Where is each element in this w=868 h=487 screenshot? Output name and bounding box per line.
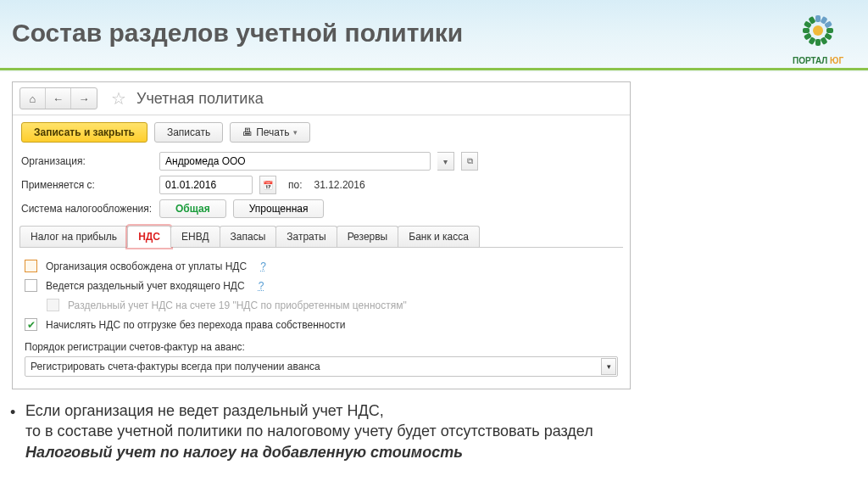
home-button[interactable]: ⌂ <box>20 88 46 109</box>
row-applies-from: Применяется с: 📅 по: 31.12.2016 <box>13 173 630 197</box>
row-accrue: ✔ Начислять НДС по отгрузке без перехода… <box>25 315 618 334</box>
tab-reserves[interactable]: Резервы <box>337 226 399 247</box>
label-organization: Организация: <box>21 155 153 167</box>
slide-title: Состав разделов учетной политики <box>12 19 463 48</box>
dropdown-button[interactable]: ▾ <box>437 152 454 171</box>
chevron-down-icon: ▾ <box>601 358 616 375</box>
bullet-icon: • <box>10 402 15 423</box>
row-exempt: Организация освобождена от уплаты НДС ? <box>25 256 618 276</box>
date-to-value: 31.12.2016 <box>314 179 365 191</box>
row-separate: Ведется раздельный учет входящего НДС ? <box>25 276 618 295</box>
svg-rect-7 <box>803 28 810 33</box>
label-accrue: Начислять НДС по отгрузке без перехода п… <box>46 319 345 331</box>
slide-body-text: • Если организация не ведет раздельный у… <box>25 400 851 462</box>
checkbox-separate[interactable] <box>25 279 37 292</box>
invoice-order-select[interactable]: Регистрировать счета-фактуры всегда при … <box>25 356 618 377</box>
chevron-down-icon: ▾ <box>293 128 298 137</box>
checkbox-exempt[interactable] <box>25 260 37 272</box>
tab-bank-cash[interactable]: Банк и касса <box>398 226 480 247</box>
tab-vat[interactable]: НДС <box>127 226 171 248</box>
tax-simplified-button[interactable]: Упрощенная <box>233 199 325 218</box>
save-button[interactable]: Записать <box>154 122 223 143</box>
back-button[interactable]: ← <box>46 88 71 109</box>
svg-rect-4 <box>815 39 821 46</box>
form-title: Учетная политика <box>136 90 264 108</box>
label-exempt: Организация освобождена от уплаты НДС <box>46 260 247 272</box>
body-line-1: Если организация не ведет раздельный уче… <box>25 402 384 419</box>
open-button[interactable]: ⧉ <box>461 152 478 171</box>
app-header: ⌂ ← → ☆ Учетная политика <box>13 82 630 115</box>
logo-icon <box>794 7 842 54</box>
forward-button[interactable]: → <box>71 88 97 109</box>
tab-content-vat: Организация освобождена от уплаты НДС ? … <box>13 248 630 389</box>
tab-envd[interactable]: ЕНВД <box>170 226 220 247</box>
toolbar: Записать и закрыть Записать 🖶 Печать ▾ <box>13 115 630 149</box>
help-icon[interactable]: ? <box>259 280 264 292</box>
row-tax-system: Система налогообложения: Общая Упрощенна… <box>13 197 630 221</box>
tab-stocks[interactable]: Запасы <box>220 226 277 247</box>
print-label: Печать <box>256 126 289 138</box>
nav-group: ⌂ ← → <box>19 87 97 109</box>
organization-input[interactable] <box>159 152 431 171</box>
printer-icon: 🖶 <box>242 126 253 138</box>
body-line-3: Налоговый учет по налогу на добавленную … <box>25 444 463 461</box>
tabs: Налог на прибыль НДС ЕНВД Запасы Затраты… <box>19 226 623 248</box>
label-to: по: <box>288 179 303 191</box>
svg-rect-1 <box>826 28 833 33</box>
tab-profit-tax[interactable]: Налог на прибыль <box>19 226 128 247</box>
tax-general-button[interactable]: Общая <box>159 199 226 218</box>
favorite-icon[interactable]: ☆ <box>111 88 126 109</box>
label-tax-system: Система налогообложения: <box>21 203 153 215</box>
checkbox-accrue[interactable]: ✔ <box>25 318 37 331</box>
label-invoice-order: Порядок регистрации счетов-фактур на ава… <box>25 334 618 356</box>
app-window: ⌂ ← → ☆ Учетная политика Записать и закр… <box>12 81 631 389</box>
body-line-2: то в составе учетной политики по налогов… <box>25 423 593 439</box>
row-separate-sub: Раздельный учет НДС на счете 19 "НДС по … <box>25 295 618 315</box>
label-separate: Ведется раздельный учет входящего НДС <box>46 280 245 292</box>
label-separate-sub: Раздельный учет НДС на счете 19 "НДС по … <box>68 299 407 311</box>
tab-costs[interactable]: Затраты <box>275 226 337 247</box>
checkbox-separate-sub <box>47 299 59 311</box>
svg-point-0 <box>813 25 823 36</box>
print-button[interactable]: 🖶 Печать ▾ <box>230 122 309 143</box>
label-applies-from: Применяется с: <box>21 179 153 191</box>
invoice-order-value: Регистрировать счета-фактуры всегда при … <box>31 361 320 372</box>
svg-rect-10 <box>815 15 821 22</box>
calendar-icon[interactable]: 📅 <box>259 176 276 194</box>
logo-text: ПОРТАЛ ЮГ <box>780 56 856 65</box>
logo: ПОРТАЛ ЮГ <box>780 7 856 65</box>
divider-line <box>0 68 868 70</box>
row-organization: Организация: ▾ ⧉ <box>13 149 630 173</box>
help-icon[interactable]: ? <box>260 260 266 272</box>
date-from-input[interactable] <box>159 176 253 194</box>
organization-field[interactable] <box>165 155 425 167</box>
save-and-close-button[interactable]: Записать и закрыть <box>21 122 147 143</box>
